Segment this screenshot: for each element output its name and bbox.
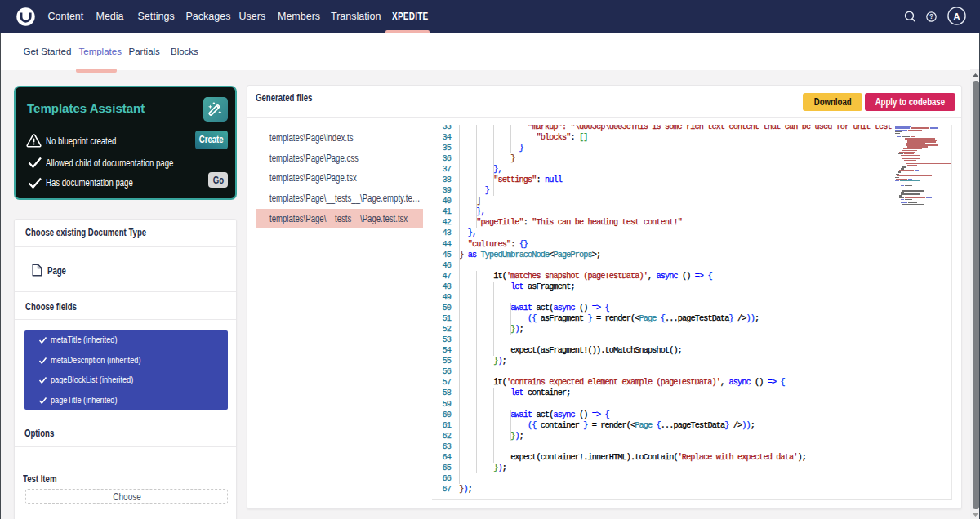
svg-text:A: A <box>953 11 960 21</box>
svg-text:?: ? <box>929 12 933 20</box>
